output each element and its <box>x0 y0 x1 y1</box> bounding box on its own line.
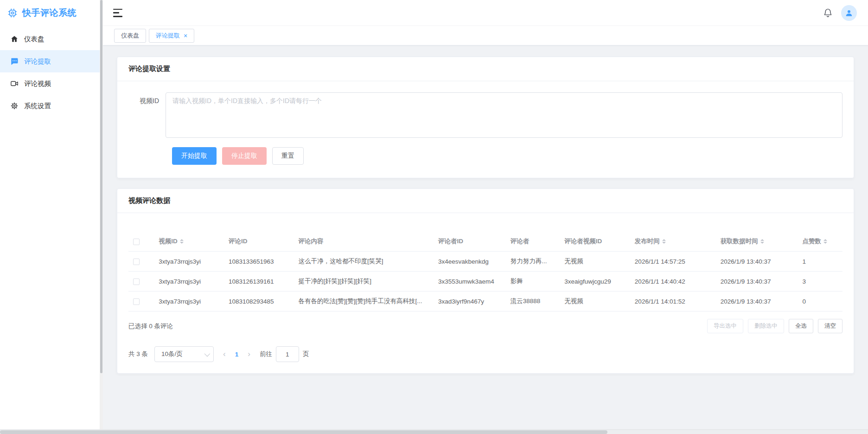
sidebar-scrollbar <box>100 0 103 434</box>
cell-comment-id: 1083126139161 <box>224 272 294 291</box>
selection-count-text: 已选择 0 条评论 <box>128 322 173 330</box>
col-content: 评论内容 <box>294 232 434 252</box>
cell-content: 这么干净，这哈都不印度[笑哭] <box>294 252 434 272</box>
goto-suffix-label: 页 <box>303 350 309 358</box>
col-comment-id: 评论ID <box>224 232 294 252</box>
col-commenter-video-id: 评论者视频ID <box>560 232 630 252</box>
sidebar-item-label: 仪表盘 <box>24 35 45 44</box>
table-row: 3xtya73rrqjs3yi 1083126139161 挺干净的[奸笑][奸… <box>128 272 842 291</box>
start-extract-button[interactable]: 开始提取 <box>172 147 217 165</box>
sidebar: 快手评论系统 仪表盘 <box>0 0 100 434</box>
cell-commenter-id: 3x4eesvakbenkdg <box>434 252 506 272</box>
chevron-down-icon <box>204 351 211 357</box>
comments-table: 视频ID 评论ID 评论内容 评论者ID 评论者 评论者视频ID 发布时间 <box>128 232 842 311</box>
cell-fetch-time: 2026/1/9 13:40:37 <box>716 272 798 291</box>
cell-commenter-video-id: 3xeaigfuwjcgu29 <box>560 272 630 291</box>
clear-button[interactable]: 清空 <box>818 319 842 333</box>
app-window: 快手评论系统 仪表盘 <box>0 0 868 434</box>
cell-comment-id: 1083133651963 <box>224 252 294 272</box>
cell-content: 挺干净的[奸笑][奸笑][奸笑] <box>294 272 434 291</box>
extract-card-title: 评论提取设置 <box>117 57 854 81</box>
video-camera-icon <box>10 79 19 88</box>
horizontal-scrollbar <box>0 429 868 434</box>
cell-commenter: 流云38888 <box>506 291 560 311</box>
sidebar-item-comment-extract[interactable]: 评论提取 <box>0 50 100 72</box>
row-checkbox[interactable] <box>133 279 140 285</box>
sort-carets-icon[interactable] <box>662 237 666 246</box>
sidebar-item-label: 评论视频 <box>24 79 51 88</box>
chip-logo-icon <box>7 8 18 18</box>
pagination: 共 3 条 10条/页 ‹ 1 › 前往 <box>128 346 842 362</box>
home-icon <box>10 35 19 43</box>
bell-icon[interactable] <box>823 8 833 18</box>
table-card-title: 视频评论数据 <box>117 189 854 213</box>
user-icon <box>844 8 854 18</box>
col-likes[interactable]: 点赞数 <box>798 232 842 252</box>
cell-fetch-time: 2026/1/9 13:40:37 <box>716 291 798 311</box>
table-row: 3xtya73rrqjs3yi 1083133651963 这么干净，这哈都不印… <box>128 252 842 272</box>
prev-page-button[interactable]: ‹ <box>220 350 229 359</box>
row-checkbox[interactable] <box>133 298 140 305</box>
video-id-textarea[interactable] <box>166 92 842 138</box>
export-selected-button[interactable]: 导出选中 <box>707 319 743 333</box>
cell-commenter: 影舞 <box>506 272 560 291</box>
col-commenter-id: 评论者ID <box>434 232 506 252</box>
sidebar-item-settings[interactable]: 系统设置 <box>0 95 100 117</box>
sort-carets-icon[interactable] <box>760 237 764 246</box>
delete-selected-button[interactable]: 删除选中 <box>748 319 784 333</box>
reset-button[interactable]: 重置 <box>272 147 304 165</box>
col-publish-time[interactable]: 发布时间 <box>630 232 716 252</box>
tab-close-icon[interactable]: × <box>184 32 187 39</box>
horizontal-scrollbar-thumb[interactable] <box>0 430 607 434</box>
next-page-button[interactable]: › <box>245 350 253 359</box>
tab-label: 仪表盘 <box>121 32 139 40</box>
cell-likes: 0 <box>798 291 842 311</box>
sidebar-scrollbar-thumb[interactable] <box>100 0 102 373</box>
user-avatar[interactable] <box>841 5 857 21</box>
cell-video-id: 3xtya73rrqjs3yi <box>154 252 224 272</box>
cell-comment-id: 1083108293485 <box>224 291 294 311</box>
comment-icon <box>10 57 19 65</box>
col-fetch-time[interactable]: 获取数据时间 <box>716 232 798 252</box>
table-row: 3xtya73rrqjs3yi 1083108293485 各有各的吃法[赞][… <box>128 291 842 311</box>
cell-publish-time: 2026/1/1 14:40:42 <box>630 272 716 291</box>
row-checkbox[interactable] <box>133 259 140 265</box>
cell-content: 各有各的吃法[赞][赞][赞]纯手工没有高科技[... <box>294 291 434 311</box>
tab-dashboard[interactable]: 仪表盘 <box>114 29 146 43</box>
col-video-id[interactable]: 视频ID <box>154 232 224 252</box>
cell-commenter-id: 3x3553umwk3aem4 <box>434 272 506 291</box>
sidebar-item-comment-video[interactable]: 评论视频 <box>0 72 100 95</box>
page-content: 评论提取设置 视频ID 开始提取 停止提取 重置 视频评论数据 <box>103 45 868 434</box>
gear-icon <box>10 102 19 110</box>
video-id-label: 视频ID <box>128 92 166 109</box>
sidebar-item-label: 评论提取 <box>24 57 51 66</box>
goto-prefix-label: 前往 <box>260 350 272 358</box>
col-commenter: 评论者 <box>506 232 560 252</box>
tab-label: 评论提取 <box>156 32 180 40</box>
sort-carets-icon[interactable] <box>180 237 184 246</box>
cell-fetch-time: 2026/1/9 13:40:37 <box>716 252 798 272</box>
page-number[interactable]: 1 <box>231 351 243 358</box>
page-size-select[interactable]: 10条/页 <box>154 346 214 362</box>
cell-commenter: 努力努力再... <box>506 252 560 272</box>
stop-extract-button[interactable]: 停止提取 <box>222 147 267 165</box>
cell-commenter-video-id: 无视频 <box>560 252 630 272</box>
goto-page-input[interactable] <box>276 346 299 362</box>
menu-fold-icon[interactable] <box>113 9 123 17</box>
app-logo: 快手评论系统 <box>0 0 100 26</box>
tab-comment-extract[interactable]: 评论提取 × <box>149 29 194 43</box>
comment-data-card: 视频评论数据 视频ID <box>117 188 854 374</box>
cell-publish-time: 2026/1/1 14:01:52 <box>630 291 716 311</box>
sort-carets-icon[interactable] <box>823 237 827 246</box>
app-title: 快手评论系统 <box>22 7 77 19</box>
total-count-text: 共 3 条 <box>128 350 148 358</box>
table-header-row: 视频ID 评论ID 评论内容 评论者ID 评论者 评论者视频ID 发布时间 <box>128 232 842 252</box>
select-all-checkbox[interactable] <box>133 239 140 245</box>
tabs-bar: 仪表盘 评论提取 × <box>103 26 868 45</box>
extract-settings-card: 评论提取设置 视频ID 开始提取 停止提取 重置 <box>117 57 854 178</box>
cell-video-id: 3xtya73rrqjs3yi <box>154 272 224 291</box>
select-all-button[interactable]: 全选 <box>789 319 813 333</box>
sidebar-item-dashboard[interactable]: 仪表盘 <box>0 28 100 50</box>
cell-commenter-video-id: 无视频 <box>560 291 630 311</box>
cell-likes: 3 <box>798 272 842 291</box>
